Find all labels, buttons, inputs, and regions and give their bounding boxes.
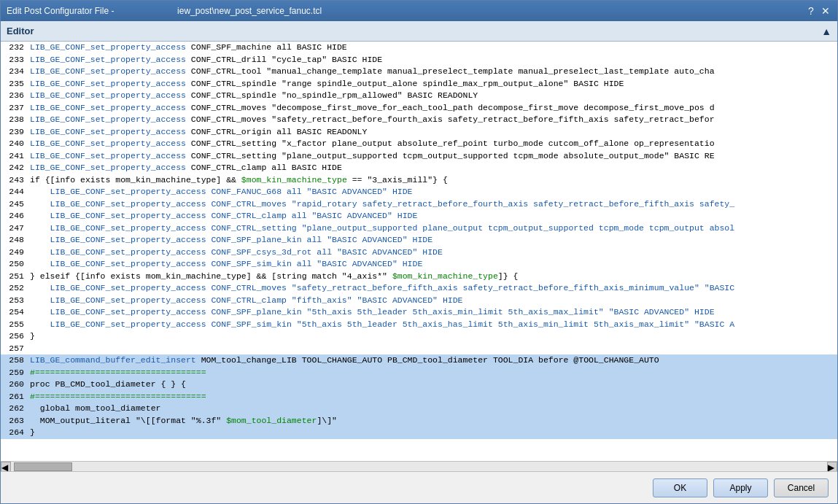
line-number: 251 [4, 271, 30, 283]
table-row: 252 LIB_GE_CONF_set_property_access CONF… [1, 282, 837, 295]
line-content: LIB_GE_CONF_set_property_access CONF_CTR… [30, 114, 715, 126]
line-content: LIB_GE_CONF_set_property_access CONF_CTR… [30, 54, 382, 66]
collapse-button[interactable]: ▲ [821, 26, 831, 37]
line-content: LIB_GE_CONF_set_property_access CONF_CTR… [30, 138, 715, 150]
horizontal-scrollbar[interactable]: ◀ ▶ [1, 461, 837, 471]
line-number: 243 [4, 174, 30, 187]
window-file-path: iew_post\new_post_service_fanuc.tcl [177, 6, 322, 16]
line-number: 234 [4, 66, 30, 78]
line-number: 250 [4, 258, 30, 271]
line-content: LIB_GE_CONF_set_property_access CONF_SPF… [30, 247, 443, 259]
line-content: LIB_GE_CONF_set_property_access CONF_SPF… [30, 234, 432, 247]
line-content: LIB_GE_CONF_set_property_access CONF_CTR… [30, 162, 342, 174]
line-number: 254 [4, 306, 30, 319]
line-content: } elseif {[info exists mom_kin_machine_t… [30, 271, 518, 283]
table-row: 248 LIB_GE_CONF_set_property_access CONF… [1, 234, 837, 247]
table-row: 263 MOM_output_literal "\[[format "%.3f"… [1, 415, 837, 427]
window-title-main: Edit Post Configurator File - [7, 6, 114, 16]
table-row: 240LIB_GE_CONF_set_property_access CONF_… [1, 138, 837, 150]
apply-button[interactable]: Apply [713, 478, 768, 497]
table-row: 253 LIB_GE_CONF_set_property_access CONF… [1, 295, 837, 307]
line-content: proc PB_CMD_tool_diameter { } { [30, 379, 186, 391]
line-content: LIB_GE_CONF_set_property_access CONF_SPF… [30, 258, 422, 271]
cancel-button[interactable]: Cancel [774, 478, 829, 497]
help-button[interactable]: ? [805, 5, 817, 17]
table-row: 256} [1, 330, 837, 343]
table-row: 261#================================== [1, 391, 837, 403]
line-number: 248 [4, 234, 30, 247]
title-bar-text: Edit Post Configurator File - iew_post\n… [7, 6, 805, 16]
table-row: 243if {[info exists mom_kin_machine_type… [1, 174, 837, 187]
line-content: LIB_GE_CONF_set_property_access CONF_SPF… [30, 319, 734, 331]
line-content: LIB_GE_CONF_set_property_access CONF_CTR… [30, 222, 734, 235]
table-row: 244 LIB_GE_CONF_set_property_access CONF… [1, 186, 837, 198]
table-row: 238LIB_GE_CONF_set_property_access CONF_… [1, 114, 837, 126]
table-row: 234LIB_GE_CONF_set_property_access CONF_… [1, 66, 837, 78]
table-row: 254 LIB_GE_CONF_set_property_access CONF… [1, 306, 837, 319]
line-number: 232 [4, 42, 30, 54]
line-number: 237 [4, 102, 30, 115]
table-row: 246 LIB_GE_CONF_set_property_access CONF… [1, 210, 837, 222]
title-bar: Edit Post Configurator File - iew_post\n… [1, 1, 837, 21]
line-number: 238 [4, 114, 30, 126]
ok-button[interactable]: OK [653, 478, 707, 497]
table-row: 237LIB_GE_CONF_set_property_access CONF_… [1, 102, 837, 115]
table-row: 260proc PB_CMD_tool_diameter { } { [1, 379, 837, 391]
table-row: 245 LIB_GE_CONF_set_property_access CONF… [1, 198, 837, 211]
line-content: LIB_GE_CONF_set_property_access CONF_CTR… [30, 295, 463, 307]
table-row: 258LIB_GE_command_buffer_edit_insert MOM… [1, 354, 837, 367]
line-content: LIB_GE_CONF_set_property_access CONF_SPF… [30, 306, 715, 319]
line-number: 264 [4, 427, 30, 439]
line-number: 239 [4, 126, 30, 139]
title-bar-controls: ? ✕ [805, 5, 831, 17]
line-number: 263 [4, 415, 30, 427]
h-scroll-track[interactable] [11, 462, 827, 472]
footer: OK Apply Cancel [1, 471, 837, 503]
scroll-right-btn[interactable]: ▶ [827, 462, 837, 472]
line-number: 235 [4, 78, 30, 90]
line-number: 253 [4, 295, 30, 307]
table-row: 247 LIB_GE_CONF_set_property_access CONF… [1, 222, 837, 235]
line-number: 262 [4, 403, 30, 415]
line-content: } [30, 330, 35, 343]
line-content: LIB_GE_command_buffer_edit_insert MOM_to… [30, 354, 659, 367]
line-content: LIB_GE_CONF_set_property_access CONF_CTR… [30, 66, 715, 78]
editor-area: 232LIB_GE_CONF_set_property_access CONF_… [1, 42, 837, 471]
table-row: 255 LIB_GE_CONF_set_property_access CONF… [1, 319, 837, 331]
line-number: 257 [4, 343, 30, 355]
line-number: 242 [4, 162, 30, 174]
code-container: 232LIB_GE_CONF_set_property_access CONF_… [1, 42, 837, 461]
table-row: 264} [1, 427, 837, 439]
table-row: 249 LIB_GE_CONF_set_property_access CONF… [1, 247, 837, 259]
line-number: 259 [4, 367, 30, 379]
h-scroll-thumb[interactable] [14, 462, 72, 471]
code-scroll[interactable]: 232LIB_GE_CONF_set_property_access CONF_… [1, 42, 837, 461]
table-row: 232LIB_GE_CONF_set_property_access CONF_… [1, 42, 837, 54]
editor-label: Editor [7, 26, 34, 36]
table-row: 235LIB_GE_CONF_set_property_access CONF_… [1, 78, 837, 90]
line-content: LIB_GE_CONF_set_property_access CONF_CTR… [30, 198, 734, 211]
line-number: 261 [4, 391, 30, 403]
close-button[interactable]: ✕ [820, 5, 831, 17]
line-number: 247 [4, 222, 30, 235]
table-row: 251} elseif {[info exists mom_kin_machin… [1, 271, 837, 283]
scroll-left-btn[interactable]: ◀ [1, 462, 11, 472]
line-content: } [30, 427, 35, 439]
line-content: LIB_GE_CONF_set_property_access CONF_SPF… [30, 42, 347, 54]
line-number: 252 [4, 282, 30, 295]
line-content: #================================== [30, 367, 206, 379]
line-number: 236 [4, 90, 30, 102]
line-number: 244 [4, 186, 30, 198]
line-content: LIB_GE_CONF_set_property_access CONF_CTR… [30, 78, 624, 90]
line-number: 246 [4, 210, 30, 222]
line-number: 233 [4, 54, 30, 66]
table-row: 242LIB_GE_CONF_set_property_access CONF_… [1, 162, 837, 174]
line-content: LIB_GE_CONF_set_property_access CONF_FAN… [30, 186, 413, 198]
line-content: LIB_GE_CONF_set_property_access CONF_CTR… [30, 210, 417, 222]
line-content: #================================== [30, 391, 206, 403]
table-row: 233LIB_GE_CONF_set_property_access CONF_… [1, 54, 837, 66]
editor-header: Editor ▲ [1, 21, 837, 42]
line-number: 258 [4, 354, 30, 367]
line-content: LIB_GE_CONF_set_property_access CONF_CTR… [30, 282, 734, 295]
line-content: global mom_tool_diameter [30, 403, 160, 415]
